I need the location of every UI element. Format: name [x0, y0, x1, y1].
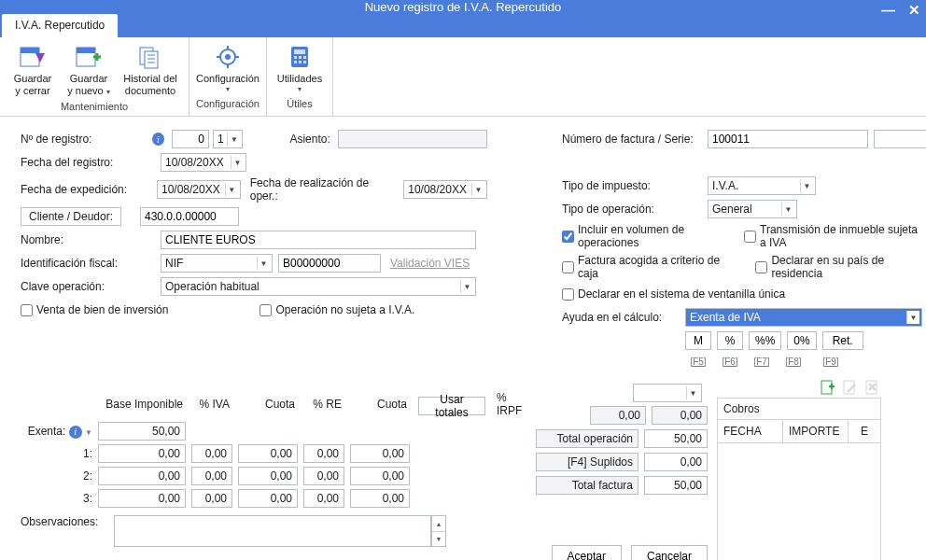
total-operacion-value: 50,00 [644, 429, 708, 448]
chevron-up-icon[interactable]: ▲ [432, 516, 445, 532]
svg-rect-18 [299, 56, 302, 59]
chevron-down-icon[interactable]: ▼ [257, 257, 270, 270]
col-pct-iva: % IVA [189, 388, 235, 420]
configuration-button[interactable]: Configuración ▾ [195, 41, 260, 95]
chevron-down-icon[interactable]: ▼ [800, 179, 813, 192]
calc-0pct-button[interactable]: 0% [787, 331, 816, 350]
svg-rect-5 [145, 51, 158, 68]
chevron-down-icon[interactable]: ▼ [85, 428, 92, 437]
chk-operacion-no-sujeta[interactable]: Operación no sujeta a I.V.A. [260, 303, 414, 316]
label-n-registro: Nº de registro: [21, 133, 152, 146]
n-registro-2-combo[interactable]: 1▼ [213, 130, 243, 148]
row-2-label: 2: [21, 465, 95, 487]
titlebar: Nuevo registro de I.V.A. Repercutido — ✕ [0, 0, 926, 14]
chevron-down-icon[interactable]: ▼ [432, 532, 445, 547]
cobros-col-e: E [849, 420, 880, 442]
chk-incluir-volumen[interactable]: Incluir en volumen de operaciones [562, 223, 727, 249]
chevron-down-icon[interactable]: ▼ [225, 183, 238, 196]
close-icon[interactable]: ✕ [908, 2, 920, 19]
chevron-down-icon[interactable]: ▼ [227, 133, 240, 146]
fecha-expedicion-input[interactable]: 10/08/20XX▼ [157, 180, 241, 199]
total-factura-value: 50,00 [644, 476, 708, 495]
label-asiento: Asiento: [289, 133, 330, 146]
chevron-down-icon[interactable]: ▼ [471, 183, 484, 196]
calculator-icon [285, 43, 315, 71]
tipo-operacion-select[interactable]: General▼ [708, 200, 797, 218]
r1-base-input[interactable]: 0,00 [98, 444, 186, 463]
calc-ret-button[interactable]: Ret. [822, 331, 863, 350]
calc-pctpct-button[interactable]: %% [749, 331, 781, 350]
minimize-icon[interactable]: — [881, 2, 895, 19]
save-and-close-button[interactable]: Guardar y cerrar [6, 41, 60, 98]
usar-totales-button[interactable]: Usar totales [418, 397, 485, 415]
chevron-down-icon[interactable]: ▼ [231, 156, 244, 169]
chevron-down-icon[interactable]: ▼ [460, 280, 473, 293]
chevron-down-icon[interactable]: ▼ [781, 203, 794, 216]
exenta-base-input[interactable]: 50,00 [98, 422, 186, 441]
r2-pctiva-input[interactable]: 0,00 [191, 467, 232, 485]
observaciones-spinner[interactable]: ▲▼ [431, 515, 446, 547]
r1-cuota2-input[interactable]: 0,00 [350, 444, 410, 463]
r2-pctre-input[interactable]: 0,00 [303, 467, 344, 485]
r1-pctiva-input[interactable]: 0,00 [191, 444, 232, 463]
aceptar-button[interactable]: Aceptar [552, 545, 622, 560]
delete-doc-icon[interactable] [864, 379, 881, 396]
r3-base-input[interactable]: 0,00 [98, 489, 186, 508]
chk-ventanilla-unica[interactable]: Declarar en el sistema de ventanilla úni… [562, 287, 785, 301]
row-3-label: 3: [21, 487, 95, 510]
chk-criterio-caja[interactable]: Factura acogida a criterio de caja [562, 254, 729, 280]
fecha-registro-input[interactable]: 10/08/20XX▼ [161, 153, 246, 172]
chevron-down-icon[interactable]: ▼ [906, 311, 919, 324]
calc-pct-button[interactable]: % [717, 331, 743, 350]
r3-cuota-input[interactable]: 0,00 [238, 489, 298, 508]
numero-factura-input[interactable] [708, 130, 868, 148]
label-identificacion: Identificación fiscal: [21, 257, 161, 270]
utilities-button[interactable]: Utilidades ▾ [273, 41, 327, 95]
info-icon[interactable]: i [69, 426, 82, 439]
chk-transmision-inmueble[interactable]: Transmisión de inmueble sujeta a IVA [744, 223, 924, 249]
chk-venta-bien-inversion[interactable]: Venta de bien de inversión [21, 303, 168, 316]
r2-base-input[interactable]: 0,00 [98, 467, 186, 485]
r3-pctre-input[interactable]: 0,00 [303, 489, 344, 508]
identificacion-numero-input[interactable] [278, 254, 381, 273]
r3-pctiva-input[interactable]: 0,00 [191, 489, 232, 508]
n-registro-1-input[interactable] [172, 130, 209, 148]
label-numero-factura: Número de factura / Serie: [562, 133, 708, 146]
clave-operacion-select[interactable]: Operación habitual▼ [161, 277, 476, 296]
suplidos-value[interactable]: 0,00 [644, 453, 708, 471]
nombre-input[interactable] [161, 231, 476, 249]
svg-rect-17 [294, 56, 297, 59]
r3-cuota2-input[interactable]: 0,00 [350, 489, 410, 508]
cancelar-button[interactable]: Cancelar [631, 545, 708, 560]
cliente-deudor-button[interactable]: Cliente / Deudor: [21, 207, 121, 226]
ayuda-calculo-select[interactable]: Exenta de IVA▼ [685, 308, 922, 327]
tipo-impuesto-select[interactable]: I.V.A.▼ [708, 176, 816, 195]
svg-rect-19 [303, 56, 306, 59]
serie-input[interactable] [874, 130, 926, 148]
validacion-vies-link[interactable]: Validación VIES [390, 257, 470, 270]
document-history-button[interactable]: Historial del documento [118, 41, 183, 98]
identificacion-tipo-select[interactable]: NIF▼ [161, 254, 273, 273]
label-total-operacion: Total operación [536, 429, 638, 448]
label-ayuda-calculo: Ayuda en el cálculo: [562, 311, 685, 324]
edit-doc-icon[interactable] [842, 379, 859, 396]
irpf-select[interactable]: ▼ [633, 384, 702, 402]
calc-m-button[interactable]: M [685, 331, 711, 350]
chevron-down-icon[interactable]: ▼ [686, 386, 699, 399]
new-doc-icon[interactable] [820, 379, 836, 396]
tab-iva-repercutido[interactable]: I.V.A. Repercutido [2, 14, 118, 37]
cliente-input[interactable] [140, 207, 239, 226]
r2-cuota2-input[interactable]: 0,00 [350, 467, 410, 485]
r2-cuota-input[interactable]: 0,00 [238, 467, 298, 485]
r1-cuota-input[interactable]: 0,00 [238, 444, 298, 463]
fecha-realizacion-input[interactable]: 10/08/20XX▼ [403, 180, 487, 199]
save-and-new-button[interactable]: Guardar y nuevo ▾ [62, 41, 116, 98]
r1-pctre-input[interactable]: 0,00 [303, 444, 344, 463]
info-icon[interactable]: i [152, 133, 164, 146]
chk-declarar-pais[interactable]: Declarar en su país de residencia [755, 254, 924, 280]
label-suplidos[interactable]: [F4] Suplidos [536, 453, 638, 471]
irpf-cuota-1: 0,00 [590, 406, 646, 425]
ribbon-group-mantenimiento: Mantenimiento [61, 98, 128, 114]
col-base-imponible: Base Imponible [95, 388, 189, 420]
observaciones-input[interactable] [114, 515, 431, 547]
